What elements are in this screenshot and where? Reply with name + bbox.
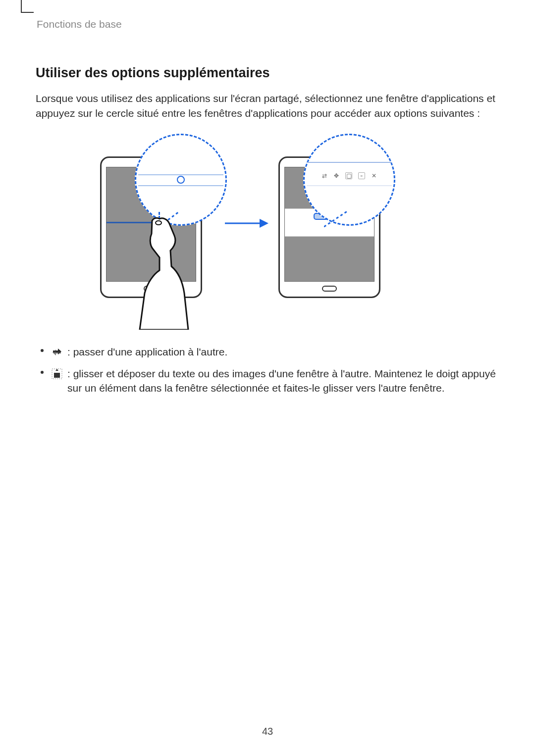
figure-arrow-icon: [224, 216, 268, 231]
figure-split-screen: ⇄ ✥ ▢ ▫ ✕: [36, 132, 499, 330]
maximize-icon: ▢: [345, 172, 352, 179]
close-icon: ✕: [371, 173, 377, 179]
page-number: 43: [0, 724, 535, 738]
drag-content-icon: [52, 368, 62, 379]
list-item-text: : glisser et déposer du texte ou des ima…: [67, 368, 496, 394]
figure-lead-right: [324, 211, 349, 228]
page-content: Fonctions de base Utiliser des options s…: [0, 0, 535, 396]
svg-rect-6: [54, 373, 60, 378]
figure-hand-icon: [130, 216, 199, 330]
figure-callout-right: ⇄ ✥ ▢ ▫ ✕: [303, 134, 395, 226]
svg-point-1: [156, 221, 161, 225]
section-title: Utiliser des options supplémentaires: [36, 63, 499, 82]
figure-callout-left: [135, 134, 227, 226]
svg-marker-3: [260, 219, 268, 228]
figure-divider-dot-icon: [177, 176, 185, 184]
swap-icon: ⇄: [321, 173, 327, 179]
svg-line-4: [324, 211, 348, 227]
drag-icon: ✥: [333, 173, 339, 179]
icon-bullet-list: : passer d'une application à l'autre. : …: [36, 345, 499, 396]
list-item: : passer d'une application à l'autre.: [36, 345, 499, 359]
list-item-text: : passer d'une application à l'autre.: [67, 346, 227, 357]
home-button-icon: [322, 286, 337, 292]
figure-toolbar-icons: ⇄ ✥ ▢ ▫ ✕: [312, 172, 387, 179]
swap-apps-icon: [52, 347, 62, 357]
bullet-dot-icon: [41, 349, 44, 352]
page-corner-mark: [21, 0, 34, 13]
section-intro: Lorsque vous utilisez des applications s…: [36, 91, 499, 121]
minimize-icon: ▫: [358, 172, 365, 179]
list-item: : glisser et déposer du texte ou des ima…: [36, 366, 499, 396]
bullet-dot-icon: [41, 371, 44, 374]
breadcrumb: Fonctions de base: [37, 17, 499, 32]
